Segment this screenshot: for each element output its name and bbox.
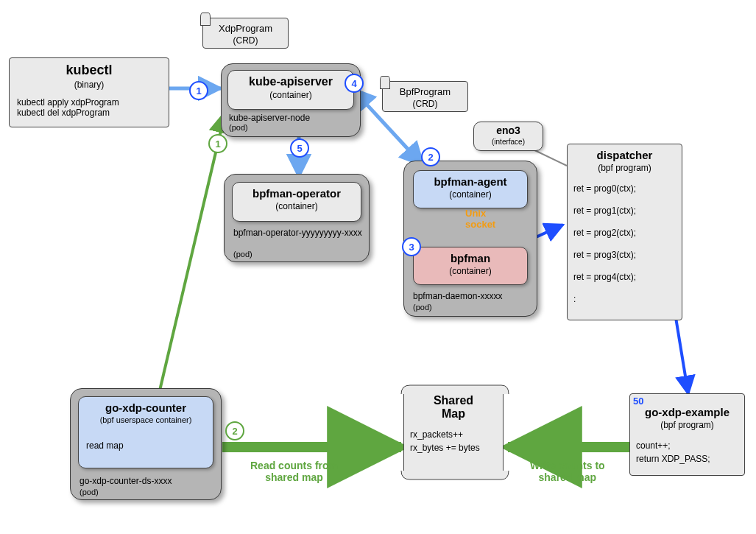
step-1: 1 <box>189 81 208 100</box>
go-xdp-counter-pod: go-xdp-counter (bpf userspace container)… <box>70 388 222 500</box>
bpfman-daemon-pod-label: bpfman-daemon-xxxxx <box>413 291 502 301</box>
kubectl-cmd1: kubectl apply xdpProgram <box>10 97 169 108</box>
bpfman-daemon-pod: bpfman-agent (container) bpfman (contain… <box>403 161 537 317</box>
dispatcher-line-3: ret = prog3(ctx); <box>568 248 682 261</box>
go-xdp-example-box: 50 go-xdp-example (bpf program) count++;… <box>629 393 745 476</box>
bpfprogram-crd-box: BpfProgram (CRD) <box>382 81 468 112</box>
bpfprogram-crd-subtitle: (CRD) <box>383 99 467 109</box>
step-3: 3 <box>402 237 421 256</box>
eno3-subtitle: (interface) <box>474 138 543 146</box>
bpfman-title: bpfman <box>414 247 527 264</box>
bpfman-agent-container: bpfman-agent (container) <box>413 170 528 208</box>
kubectl-title: kubectl <box>10 58 169 78</box>
kube-apiserver-pod: kube-apiserver (container) kube-apiserve… <box>221 63 361 137</box>
green-step-1: 1 <box>208 134 227 153</box>
kubectl-cmd2: kubectl del xdpProgram <box>10 108 169 118</box>
kubectl-binary-box: kubectl (binary) kubectl apply xdpProgra… <box>9 57 169 127</box>
go-xdp-counter-title: go-xdp-counter <box>79 397 213 414</box>
shared-map-body1: rx_packets++ <box>404 428 503 441</box>
go-xdp-example-title: go-xdp-example <box>630 394 744 418</box>
bpfman-operator-title: bpfman-operator <box>233 183 361 200</box>
bpfman-operator-pod-label: bpfman-operator-yyyyyyyyy-xxxx <box>233 228 363 238</box>
go-xdp-example-body1: count++; <box>630 439 744 452</box>
bpfman-operator-pod: bpfman-operator (container) bpfman-opera… <box>224 174 370 262</box>
bpfman-agent-title: bpfman-agent <box>414 171 527 188</box>
bpfman-operator-subtitle: (container) <box>233 201 361 211</box>
eno3-interface-box: eno3 (interface) <box>473 122 543 151</box>
dispatcher-line-2: ret = prog2(ctx); <box>568 226 682 239</box>
dispatcher-line-1: ret = prog1(ctx); <box>568 204 682 217</box>
go-xdp-counter-container: go-xdp-counter (bpf userspace container)… <box>78 396 213 468</box>
kubectl-subtitle: (binary) <box>10 80 169 90</box>
dispatcher-box: dispatcher (bpf program) ret = prog0(ctx… <box>567 144 682 320</box>
kube-apiserver-pod-label: kube-apiserver-node <box>229 113 310 123</box>
kube-apiserver-subtitle: (container) <box>228 90 353 100</box>
step-2: 2 <box>421 147 440 166</box>
go-xdp-example-priority: 50 <box>633 396 643 407</box>
bpfman-operator-pod-sublabel: (pod) <box>233 250 252 259</box>
bpfprogram-crd-title: BpfProgram <box>383 83 467 97</box>
bpfman-container: bpfman (container) <box>413 247 528 285</box>
go-xdp-counter-subtitle: (bpf userspace container) <box>79 415 213 424</box>
xdpprogram-crd-subtitle: (CRD) <box>203 35 288 46</box>
step-4: 4 <box>345 74 364 93</box>
go-xdp-counter-pod-label: go-xdp-counter-ds-xxxx <box>80 476 172 486</box>
bpfman-agent-subtitle: (container) <box>414 189 527 200</box>
bpfman-subtitle: (container) <box>414 266 527 276</box>
unix-socket-label: Unix socket <box>465 208 495 230</box>
go-xdp-example-body2: return XDP_PASS; <box>630 452 744 466</box>
dispatcher-line-5: : <box>568 292 682 306</box>
kube-apiserver-container: kube-apiserver (container) <box>227 70 354 110</box>
dispatcher-line-0: ret = prog0(ctx); <box>568 182 682 195</box>
step-5: 5 <box>290 138 309 158</box>
go-xdp-counter-body: read map <box>79 440 213 451</box>
kube-apiserver-title: kube-apiserver <box>228 71 353 88</box>
dispatcher-line-4: ret = prog4(ctx); <box>568 270 682 284</box>
kube-apiserver-pod-sublabel: (pod) <box>229 123 248 132</box>
go-xdp-counter-pod-sublabel: (pod) <box>80 488 99 496</box>
green-step-2: 2 <box>225 421 244 440</box>
read-counts-label: Read counts from shared map <box>250 460 338 483</box>
dispatcher-subtitle: (bpf program) <box>568 163 682 173</box>
bpfman-operator-container: bpfman-operator (container) <box>232 182 361 222</box>
xdpprogram-crd-title: XdpProgram <box>203 20 288 34</box>
shared-map-box: Shared Map rx_packets++ rx_bytes += byte… <box>403 389 504 476</box>
eno3-title: eno3 <box>474 122 543 136</box>
dispatcher-title: dispatcher <box>568 144 682 161</box>
go-xdp-example-subtitle: (bpf program) <box>630 420 744 430</box>
svg-line-6 <box>160 112 225 390</box>
xdpprogram-crd-box: XdpProgram (CRD) <box>202 18 289 49</box>
shared-map-body2: rx_bytes += bytes <box>404 441 503 454</box>
write-counts-label: Write counts to shared map <box>530 460 605 483</box>
bpfman-daemon-pod-sublabel: (pod) <box>413 303 432 312</box>
